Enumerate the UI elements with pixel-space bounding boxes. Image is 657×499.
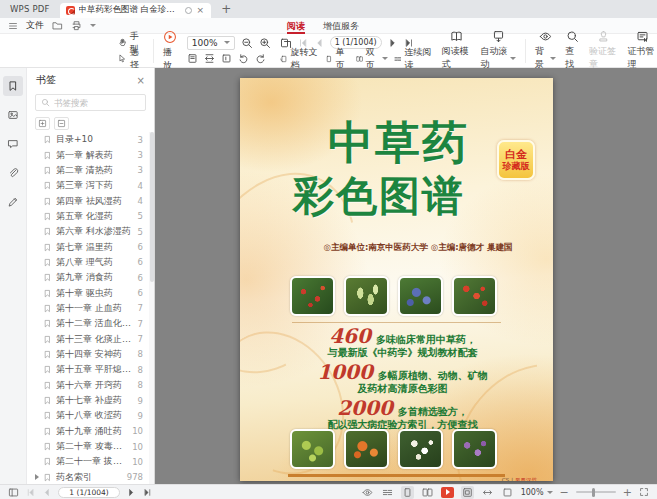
first-page-button[interactable] [26, 488, 35, 497]
tab-status-icon[interactable] [185, 7, 192, 14]
document-tab[interactable]: 中草药彩色图谱 白金珍藏版.. × [60, 3, 212, 18]
fit-width-button[interactable] [204, 53, 215, 64]
play-mode-button[interactable] [441, 487, 454, 498]
cover-feature: 2000多首精选验方，配以强大病症验方索引，方便查找 [262, 398, 543, 431]
bookmark-label: 第十八章 收涩药 [56, 409, 122, 422]
bookmark-item[interactable]: 第十四章 安神药 8 [27, 347, 149, 362]
new-tab-button[interactable]: + [221, 3, 231, 15]
bookmark-item[interactable]: 第十九章 涌吐药 10 [27, 424, 149, 439]
bookmark-search-box[interactable] [35, 94, 146, 111]
document-viewer[interactable]: 中草药 彩色图谱 白金 珍藏版 ◎主编单位:南京中医药大学 ◎主编:唐德才 巢建… [155, 68, 657, 484]
bookmark-item[interactable]: 目录+10 3 [27, 132, 149, 147]
toggle-navigation-pane-button[interactable] [8, 487, 19, 498]
zoom-select[interactable]: 100% [187, 36, 235, 50]
bookmark-label: 第二十章 攻毒杀虫止痒药 [56, 440, 128, 453]
fit-page-button[interactable] [187, 53, 198, 64]
bookmark-page: 5 [138, 227, 143, 237]
bookmark-page: 6 [138, 242, 143, 252]
bookmark-item[interactable]: 第一章 解表药 3 [27, 147, 149, 162]
cover-photo-row-top [290, 276, 497, 316]
pdf-page-cover[interactable]: 中草药 彩色图谱 白金 珍藏版 ◎主编单位:南京中医药大学 ◎主编:唐德才 巢建… [240, 78, 553, 481]
bookmark-item[interactable]: 第十三章 化痰止咳平喘药 7 [27, 331, 149, 346]
quick-access-chevron-icon[interactable] [90, 24, 96, 27]
bookmark-search-input[interactable] [54, 98, 134, 108]
bookmark-item[interactable]: 第五章 化湿药 5 [27, 209, 149, 224]
signature-panel-button[interactable] [3, 192, 23, 212]
tab-value-added-services[interactable]: 增值服务 [323, 18, 359, 34]
double-page-view-button[interactable] [421, 486, 434, 499]
bookmark-item[interactable]: 第十一章 止血药 7 [27, 301, 149, 316]
open-folder-icon[interactable] [52, 20, 63, 31]
panel-close-icon[interactable]: × [137, 75, 145, 86]
bookmark-item[interactable]: 药名索引 978 [27, 470, 149, 484]
chevron-down-icon [550, 57, 556, 60]
cover-publisher-mark: CS|凤凰汉竹 [502, 477, 537, 482]
actual-size-button[interactable] [221, 53, 232, 64]
bookmark-item[interactable]: 第六章 利水渗湿药 5 [27, 224, 149, 239]
bookmark-item[interactable]: 第十二章 活血化瘀药 7 [27, 316, 149, 331]
next-page-button[interactable] [127, 488, 136, 497]
collapse-all-button[interactable] [54, 117, 69, 130]
bookmark-icon [43, 212, 52, 221]
bookmark-item[interactable]: 第二章 清热药 3 [27, 163, 149, 178]
background-button[interactable]: 背景 [535, 30, 556, 71]
expand-arrow-icon[interactable] [35, 474, 39, 480]
page-number-input[interactable] [58, 487, 120, 498]
bookmark-item[interactable]: 第七章 温里药 6 [27, 239, 149, 254]
eye-protection-mode-button[interactable] [361, 486, 374, 499]
zoom-out-button[interactable] [241, 37, 253, 49]
app-tab-wps-pdf[interactable]: WPS PDF [8, 4, 60, 14]
cover-photo-orange-lily [344, 429, 389, 469]
select-tool-button[interactable]: 选择 [118, 52, 144, 65]
bookmark-label: 第一章 解表药 [56, 149, 113, 162]
fit-window-button[interactable] [461, 486, 474, 499]
bookmark-icon [43, 273, 52, 282]
zoom-slider-handle[interactable] [592, 488, 595, 497]
hamburger-menu-icon[interactable] [8, 21, 18, 31]
bookmark-item[interactable]: 第二十章 攻毒杀虫止痒药 10 [27, 439, 149, 454]
single-page-view-button[interactable] [401, 486, 414, 499]
comments-panel-button[interactable] [3, 134, 23, 154]
tab-close-icon[interactable]: × [196, 6, 206, 15]
play-button[interactable]: 播放 [163, 30, 178, 72]
bookmark-item[interactable]: 第八章 理气药 6 [27, 255, 149, 270]
actual-size-button[interactable] [501, 486, 514, 499]
attachments-panel-button[interactable] [3, 163, 23, 183]
rotate-right-icon[interactable] [255, 53, 266, 64]
panel-scrollbar-thumb[interactable] [150, 132, 154, 282]
zoom-level-select[interactable]: 100% [521, 488, 553, 497]
thumbnails-panel-button[interactable] [3, 105, 23, 125]
bookmark-item[interactable]: 第十章 驱虫药 6 [27, 285, 149, 300]
prev-page-button[interactable] [42, 488, 51, 497]
zoom-slider[interactable] [576, 491, 616, 493]
bookmark-icon [43, 166, 52, 175]
tab-read[interactable]: 阅读 [287, 18, 305, 34]
read-mode-button[interactable]: 阅读模式 [442, 30, 471, 71]
bookmark-item[interactable]: 第十五章 平肝熄风药 8 [27, 362, 149, 377]
expand-all-button[interactable] [35, 117, 50, 130]
bookmark-item[interactable]: 第三章 泻下药 4 [27, 178, 149, 193]
rotate-left-icon[interactable] [238, 53, 249, 64]
print-icon[interactable] [71, 20, 82, 31]
fullscreen-button[interactable] [639, 487, 649, 497]
zoom-in-button[interactable]: + [623, 487, 632, 498]
bookmark-item[interactable]: 第十六章 开窍药 8 [27, 378, 149, 393]
bookmarks-panel-button[interactable] [3, 76, 23, 96]
file-menu[interactable]: 文件 [26, 19, 44, 32]
bookmark-item[interactable]: 第二十一章 拔毒化腐生肌药 10 [27, 454, 149, 469]
last-page-button[interactable] [143, 488, 152, 497]
cover-photo-yellow-green-shrub [290, 429, 335, 469]
continuous-reading-toggle[interactable] [381, 486, 394, 499]
find-button[interactable]: 查找 [565, 30, 580, 71]
bookmark-item[interactable]: 第十七章 补虚药 9 [27, 393, 149, 408]
zoom-out-button[interactable]: − [560, 487, 569, 498]
zoom-in-button[interactable] [259, 37, 271, 49]
certificate-manage-button[interactable]: 证书管理 [628, 30, 657, 71]
bookmark-item[interactable]: 第十八章 收涩药 9 [27, 408, 149, 423]
cover-photo-white-flowers [398, 429, 443, 469]
bookmark-icon [43, 135, 52, 144]
bookmark-item[interactable]: 第九章 消食药 6 [27, 270, 149, 285]
bookmark-item[interactable]: 第四章 祛风湿药 4 [27, 193, 149, 208]
auto-scroll-button[interactable]: 自动滚动 [480, 30, 516, 71]
fit-width-button[interactable] [481, 486, 494, 499]
